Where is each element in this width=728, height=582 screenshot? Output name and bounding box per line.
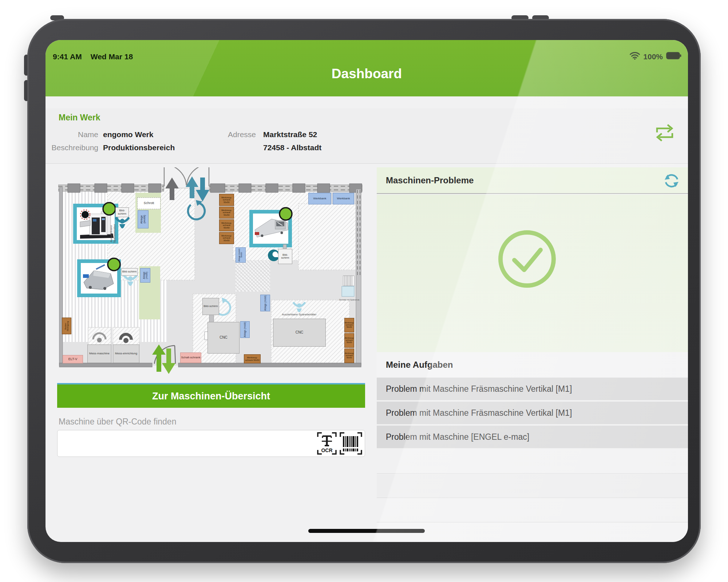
floorplan-label-messeinrichtung: Mess-einrichtung xyxy=(113,344,139,363)
floorplan-label-ablage-50: Ablage (mobil) 50x50 xyxy=(236,247,246,263)
floorplan-label-werkzeugschrank-c: Werkzeug-schrank 50x50 xyxy=(244,354,261,363)
empty-task-row xyxy=(377,498,688,522)
floorplan-label-zentrale: Zentrale mit Spänemat. xyxy=(336,297,363,303)
status-date: Wed Mar 18 xyxy=(91,52,133,61)
empty-task-row xyxy=(377,474,688,498)
floorplan-label-bildschirm-4: Bild-schirm xyxy=(278,249,292,264)
floorplan-label-schrott: Schrott xyxy=(137,198,161,209)
description-label: Beschreibung xyxy=(46,143,98,152)
floorplan-label-messmaschine: Mess-maschine xyxy=(87,344,111,363)
check-circle-icon xyxy=(496,228,558,290)
battery-icon xyxy=(666,52,681,61)
factory-floorplan[interactable]: Schrott Ablage (mobil) Bild-schirm Auszi… xyxy=(58,167,364,375)
floorplan-label-werkzeugschrank-b1: Werkzeug-schrank 50x50 xyxy=(344,318,354,332)
machine-problems-header: Maschinen-Probleme xyxy=(377,167,688,194)
floorplan-label-ablage-2: Ablage (mobil) xyxy=(140,268,150,283)
machine-3-status-marker[interactable] xyxy=(280,208,292,220)
no-problems-panel xyxy=(377,195,688,352)
task-row-1-label: Problem mit Maschine Fräsmaschine Vertik… xyxy=(386,384,572,394)
floorplan-label-werkzeugschrank-a4: Werkzeug-schrank 50x50 xyxy=(219,232,234,244)
battery-percent: 100% xyxy=(643,52,663,61)
floorplan-label-werkzeugschrank-a3: Werkzeug-schrank 50x50 xyxy=(219,219,234,231)
machine-overview-button[interactable]: Zur Maschinen-Übersicht xyxy=(57,383,365,408)
ocr-scan-button[interactable]: OCR xyxy=(317,432,337,455)
floorplan-label-bildschirm-2: Bild-schirm xyxy=(121,268,138,276)
machine-1-status-marker[interactable] xyxy=(103,203,115,215)
refresh-icon xyxy=(663,172,680,189)
address-label: Adresse xyxy=(201,130,256,139)
floorplan-label-cnc-1: CNC xyxy=(207,322,240,354)
floorplan-label-spaene-1: Ausziehbarer Spänebehälter xyxy=(110,217,116,250)
task-row-3-label: Problem mit Maschine [ENGEL e-mac] xyxy=(386,432,529,442)
switch-werk-button[interactable] xyxy=(654,124,675,142)
qr-search-input[interactable] xyxy=(60,432,312,455)
floorplan-label-werkzeugschrank-a2: Werkzeug-schrank 50x50 xyxy=(219,207,234,219)
status-bar-left: 9:41 AM Wed Mar 18 xyxy=(53,52,133,61)
floorplan-label-schaltschrank: Schalt-schrank xyxy=(180,352,201,363)
empty-task-row xyxy=(377,450,688,474)
task-row-2[interactable]: Problem mit Maschine Fräsmaschine Vertik… xyxy=(377,402,688,425)
floorplan-label-werkbank-2: Werkbank xyxy=(333,193,354,204)
qr-search-field: OCR xyxy=(57,430,365,457)
mein-werk-title: Mein Werk xyxy=(59,113,100,123)
barcode-scan-button[interactable] xyxy=(339,432,363,455)
task-row-2-label: Problem mit Maschine Fräsmaschine Vertik… xyxy=(386,408,572,418)
barcode-icon xyxy=(339,432,363,455)
name-value: engomo Werk xyxy=(103,130,153,139)
task-row-1[interactable]: Problem mit Maschine Fräsmaschine Vertik… xyxy=(377,378,688,401)
machine-problems-title: Maschinen-Probleme xyxy=(386,175,474,186)
address-line2: 72458 - Albstadt xyxy=(263,143,321,152)
app-header: 9:41 AM Wed Mar 18 100% Dashboard xyxy=(46,40,688,96)
swap-arrows-icon xyxy=(654,124,675,142)
my-tasks-header: Meine Aufgaben xyxy=(377,352,688,378)
floorplan-label-bildschirm-3: Bild-schirm xyxy=(202,298,219,315)
status-bar-right: 100% xyxy=(630,52,681,61)
floorplan-label-werkzeugschrank-a1: Werkzeug-schrank 50x50 xyxy=(219,194,234,206)
wifi-icon xyxy=(630,52,640,61)
status-time: 9:41 AM xyxy=(53,52,82,61)
home-indicator[interactable] xyxy=(308,529,425,533)
floorplan-label-ablage-3: Ablage (mobil) xyxy=(240,321,250,338)
machine-2-status-marker[interactable] xyxy=(108,258,120,271)
floorplan-label-werkzeugschrank-b2: Werkzeug-schrank 50x50 xyxy=(344,333,354,348)
ocr-icon-label: OCR xyxy=(321,447,332,453)
floorplan-label-cnc-2: CNC xyxy=(273,319,326,347)
floorplan-label-spaene-2: Ausziehbarer Spänebehälter xyxy=(272,312,326,318)
refresh-button[interactable] xyxy=(663,172,680,189)
machine-overview-button-label: Zur Maschinen-Übersicht xyxy=(152,391,270,402)
app-screen: 9:41 AM Wed Mar 18 100% Dashboard xyxy=(46,40,688,542)
address-line1: Marktstraße 52 xyxy=(263,130,317,139)
floorplan-label-werkzeugschrank-b3: Werkzeug-schrank 50x50 xyxy=(344,348,354,363)
stairs xyxy=(342,276,354,296)
floorplan-label-bildschirm-1: Bild-schirm xyxy=(115,207,129,217)
my-tasks-title: Meine Aufgaben xyxy=(386,360,453,370)
floorplan-label-ablage-1: Ablage (mobil) xyxy=(138,210,149,228)
description-value: Produktionsbereich xyxy=(103,143,175,152)
floorplan-label-eltv: ELT-V xyxy=(63,355,83,363)
page-title: Dashboard xyxy=(46,66,688,81)
name-label: Name xyxy=(46,130,98,139)
mein-werk-section: Mein Werk Name engomo Werk Beschreibung … xyxy=(46,108,688,164)
ocr-icon: OCR xyxy=(317,432,337,455)
floorplan-label-werkbank-1: Werkbank xyxy=(308,193,331,204)
floorplan-label-ablage-4: Ablage (mobil) xyxy=(260,295,270,311)
task-row-3[interactable]: Problem mit Maschine [ENGEL e-mac] xyxy=(377,426,688,449)
qr-code-hint: Maschine über QR-Code finden xyxy=(59,417,176,427)
floorplan-label-bodenreinigung: Boden-Reinigung xyxy=(62,318,71,334)
